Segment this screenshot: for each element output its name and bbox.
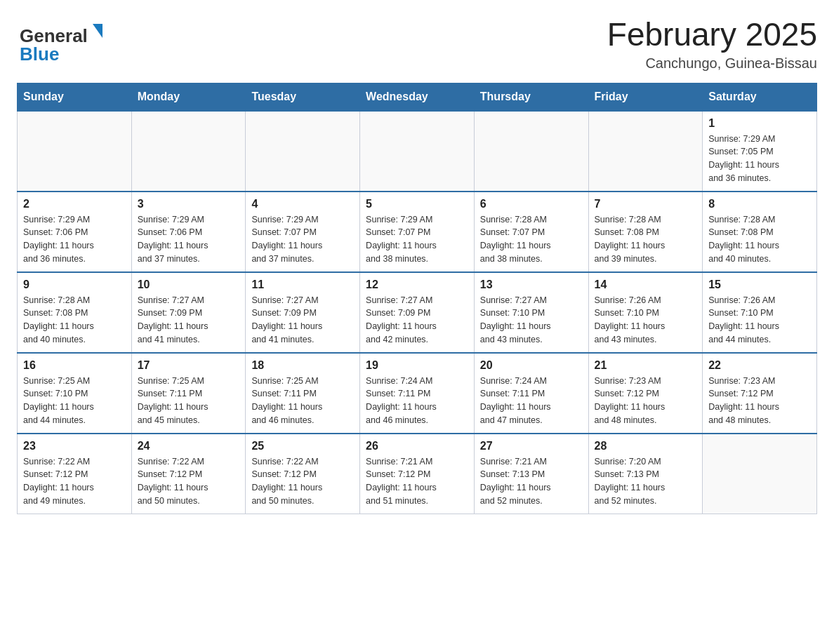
day-number: 17 <box>138 359 240 372</box>
table-row: 5Sunrise: 7:29 AM Sunset: 7:07 PM Daylig… <box>360 192 475 272</box>
day-info: Sunrise: 7:29 AM Sunset: 7:05 PM Dayligh… <box>708 133 811 185</box>
day-number: 26 <box>366 440 468 452</box>
day-number: 20 <box>480 359 583 372</box>
day-info: Sunrise: 7:21 AM Sunset: 7:12 PM Dayligh… <box>366 455 468 508</box>
table-row: 15Sunrise: 7:26 AM Sunset: 7:10 PM Dayli… <box>703 272 817 353</box>
table-row: 27Sunrise: 7:21 AM Sunset: 7:13 PM Dayli… <box>474 434 588 514</box>
day-info: Sunrise: 7:21 AM Sunset: 7:13 PM Dayligh… <box>480 455 583 508</box>
day-number: 27 <box>480 440 583 452</box>
day-number: 16 <box>23 359 126 372</box>
table-row: 16Sunrise: 7:25 AM Sunset: 7:10 PM Dayli… <box>18 353 132 434</box>
header-friday: Friday <box>588 83 703 111</box>
table-row <box>588 111 703 192</box>
table-row: 4Sunrise: 7:29 AM Sunset: 7:07 PM Daylig… <box>246 192 360 272</box>
day-info: Sunrise: 7:29 AM Sunset: 7:06 PM Dayligh… <box>138 213 240 266</box>
table-row: 9Sunrise: 7:28 AM Sunset: 7:08 PM Daylig… <box>18 272 132 353</box>
table-row: 22Sunrise: 7:23 AM Sunset: 7:12 PM Dayli… <box>703 353 817 434</box>
page-header: General Blue February 2025 Canchungo, Gu… <box>17 17 817 72</box>
day-number: 28 <box>595 440 697 452</box>
table-row: 18Sunrise: 7:25 AM Sunset: 7:11 PM Dayli… <box>246 353 360 434</box>
day-info: Sunrise: 7:24 AM Sunset: 7:11 PM Dayligh… <box>480 375 583 427</box>
logo: General Blue <box>17 17 108 66</box>
calendar-table: Sunday Monday Tuesday Wednesday Thursday… <box>17 83 817 514</box>
day-info: Sunrise: 7:27 AM Sunset: 7:09 PM Dayligh… <box>366 294 468 347</box>
calendar-week-row: 9Sunrise: 7:28 AM Sunset: 7:08 PM Daylig… <box>18 272 817 353</box>
day-info: Sunrise: 7:26 AM Sunset: 7:10 PM Dayligh… <box>595 294 697 347</box>
day-number: 3 <box>138 198 240 210</box>
day-number: 4 <box>251 198 354 210</box>
table-row: 19Sunrise: 7:24 AM Sunset: 7:11 PM Dayli… <box>360 353 475 434</box>
day-info: Sunrise: 7:29 AM Sunset: 7:07 PM Dayligh… <box>366 213 468 266</box>
logo-svg: General Blue <box>17 17 108 66</box>
day-info: Sunrise: 7:28 AM Sunset: 7:08 PM Dayligh… <box>708 213 811 266</box>
table-row: 3Sunrise: 7:29 AM Sunset: 7:06 PM Daylig… <box>131 192 246 272</box>
day-number: 24 <box>138 440 240 452</box>
header-saturday: Saturday <box>703 83 817 111</box>
day-number: 21 <box>595 359 697 372</box>
day-info: Sunrise: 7:27 AM Sunset: 7:09 PM Dayligh… <box>251 294 354 347</box>
day-info: Sunrise: 7:22 AM Sunset: 7:12 PM Dayligh… <box>251 455 354 508</box>
day-info: Sunrise: 7:25 AM Sunset: 7:10 PM Dayligh… <box>23 375 126 427</box>
calendar-title: February 2025 <box>607 17 817 53</box>
day-number: 9 <box>23 279 126 291</box>
day-number: 15 <box>708 279 811 291</box>
table-row: 10Sunrise: 7:27 AM Sunset: 7:09 PM Dayli… <box>131 272 246 353</box>
day-info: Sunrise: 7:27 AM Sunset: 7:10 PM Dayligh… <box>480 294 583 347</box>
header-sunday: Sunday <box>18 83 132 111</box>
day-number: 11 <box>251 279 354 291</box>
day-info: Sunrise: 7:28 AM Sunset: 7:07 PM Dayligh… <box>480 213 583 266</box>
calendar-week-row: 23Sunrise: 7:22 AM Sunset: 7:12 PM Dayli… <box>18 434 817 514</box>
calendar-header-row: Sunday Monday Tuesday Wednesday Thursday… <box>18 83 817 111</box>
day-number: 18 <box>251 359 354 372</box>
table-row: 20Sunrise: 7:24 AM Sunset: 7:11 PM Dayli… <box>474 353 588 434</box>
table-row: 28Sunrise: 7:20 AM Sunset: 7:13 PM Dayli… <box>588 434 703 514</box>
calendar-week-row: 2Sunrise: 7:29 AM Sunset: 7:06 PM Daylig… <box>18 192 817 272</box>
day-info: Sunrise: 7:28 AM Sunset: 7:08 PM Dayligh… <box>23 294 126 347</box>
header-wednesday: Wednesday <box>360 83 475 111</box>
day-info: Sunrise: 7:25 AM Sunset: 7:11 PM Dayligh… <box>251 375 354 427</box>
table-row <box>18 111 132 192</box>
day-number: 19 <box>366 359 468 372</box>
day-number: 1 <box>708 117 811 130</box>
table-row: 25Sunrise: 7:22 AM Sunset: 7:12 PM Dayli… <box>246 434 360 514</box>
header-thursday: Thursday <box>474 83 588 111</box>
table-row <box>360 111 475 192</box>
day-info: Sunrise: 7:26 AM Sunset: 7:10 PM Dayligh… <box>708 294 811 347</box>
table-row: 14Sunrise: 7:26 AM Sunset: 7:10 PM Dayli… <box>588 272 703 353</box>
day-info: Sunrise: 7:24 AM Sunset: 7:11 PM Dayligh… <box>366 375 468 427</box>
day-number: 23 <box>23 440 126 452</box>
day-number: 7 <box>595 198 697 210</box>
table-row: 8Sunrise: 7:28 AM Sunset: 7:08 PM Daylig… <box>703 192 817 272</box>
day-number: 14 <box>595 279 697 291</box>
table-row: 13Sunrise: 7:27 AM Sunset: 7:10 PM Dayli… <box>474 272 588 353</box>
header-monday: Monday <box>131 83 246 111</box>
day-number: 10 <box>138 279 240 291</box>
table-row: 2Sunrise: 7:29 AM Sunset: 7:06 PM Daylig… <box>18 192 132 272</box>
day-number: 22 <box>708 359 811 372</box>
table-row: 17Sunrise: 7:25 AM Sunset: 7:11 PM Dayli… <box>131 353 246 434</box>
day-info: Sunrise: 7:23 AM Sunset: 7:12 PM Dayligh… <box>708 375 811 427</box>
table-row: 12Sunrise: 7:27 AM Sunset: 7:09 PM Dayli… <box>360 272 475 353</box>
day-info: Sunrise: 7:23 AM Sunset: 7:12 PM Dayligh… <box>595 375 697 427</box>
day-number: 25 <box>251 440 354 452</box>
day-number: 13 <box>480 279 583 291</box>
table-row: 21Sunrise: 7:23 AM Sunset: 7:12 PM Dayli… <box>588 353 703 434</box>
day-number: 8 <box>708 198 811 210</box>
day-number: 5 <box>366 198 468 210</box>
table-row: 11Sunrise: 7:27 AM Sunset: 7:09 PM Dayli… <box>246 272 360 353</box>
table-row: 26Sunrise: 7:21 AM Sunset: 7:12 PM Dayli… <box>360 434 475 514</box>
table-row: 24Sunrise: 7:22 AM Sunset: 7:12 PM Dayli… <box>131 434 246 514</box>
day-info: Sunrise: 7:27 AM Sunset: 7:09 PM Dayligh… <box>138 294 240 347</box>
table-row <box>703 434 817 514</box>
day-info: Sunrise: 7:28 AM Sunset: 7:08 PM Dayligh… <box>595 213 697 266</box>
day-info: Sunrise: 7:25 AM Sunset: 7:11 PM Dayligh… <box>138 375 240 427</box>
calendar-subtitle: Canchungo, Guinea-Bissau <box>607 55 817 72</box>
day-info: Sunrise: 7:29 AM Sunset: 7:07 PM Dayligh… <box>251 213 354 266</box>
table-row: 23Sunrise: 7:22 AM Sunset: 7:12 PM Dayli… <box>18 434 132 514</box>
table-row <box>131 111 246 192</box>
day-number: 6 <box>480 198 583 210</box>
calendar-week-row: 16Sunrise: 7:25 AM Sunset: 7:10 PM Dayli… <box>18 353 817 434</box>
day-info: Sunrise: 7:22 AM Sunset: 7:12 PM Dayligh… <box>23 455 126 508</box>
title-block: February 2025 Canchungo, Guinea-Bissau <box>607 17 817 72</box>
svg-marker-1 <box>93 24 102 38</box>
